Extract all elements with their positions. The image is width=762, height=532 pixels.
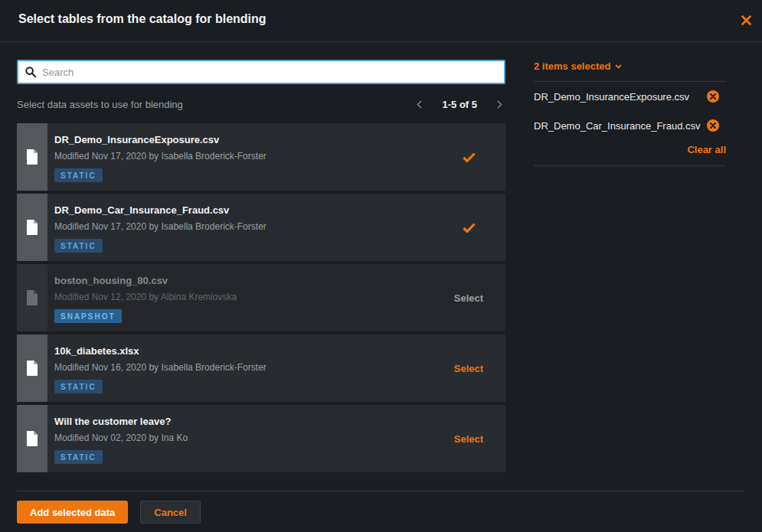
list-item[interactable]: Will the customer leave? Modified Nov 02… (17, 405, 505, 472)
document-icon (26, 220, 38, 235)
pagination-range: 1-5 of 5 (442, 99, 477, 110)
clear-all-link[interactable]: Clear all (687, 144, 726, 155)
asset-meta: Modified Nov 02, 2020 by Ina Ko (54, 432, 432, 443)
asset-badge: STATIC (54, 380, 103, 393)
search-box[interactable] (17, 60, 505, 84)
footer-divider (17, 491, 744, 491)
list-item[interactable]: DR_Demo_InsuranceExposure.csv Modified N… (17, 123, 505, 191)
cancel-button[interactable]: Cancel (140, 501, 201, 524)
asset-badge: STATIC (54, 239, 103, 253)
close-icon[interactable] (739, 13, 753, 27)
asset-title: boston_housing_80.csv (54, 275, 432, 286)
asset-title: 10k_diabetes.xlsx (54, 345, 432, 357)
asset-badge: STATIC (54, 168, 103, 182)
document-icon (26, 361, 38, 376)
search-input[interactable] (36, 67, 497, 78)
asset-badge: STATIC (54, 450, 103, 464)
file-type-strip (17, 264, 47, 331)
chevron-left-icon[interactable] (417, 100, 422, 109)
list-header: Select data assets to use for blending 1… (17, 98, 505, 110)
modal-footer: Add selected data Cancel (0, 491, 762, 532)
remove-icon[interactable] (707, 119, 719, 132)
asset-badge: SNAPSHOT (54, 309, 122, 323)
chevron-down-icon (615, 64, 622, 69)
asset-title: Will the customer leave? (54, 416, 432, 427)
page-title: Select tables from the catalog for blend… (18, 12, 267, 26)
search-icon (25, 67, 36, 77)
document-icon (26, 431, 38, 446)
remove-icon[interactable] (707, 90, 719, 103)
list-caption: Select data assets to use for blending (17, 99, 183, 110)
add-selected-data-button[interactable]: Add selected data (17, 501, 128, 524)
list-item[interactable]: 10k_diabetes.xlsx Modified Nov 16, 2020 … (17, 335, 505, 402)
file-type-strip (17, 194, 47, 261)
clear-all-row: Clear all (534, 140, 726, 166)
asset-meta: Modified Nov 12, 2020 by Albina Kremlovs… (54, 292, 432, 302)
file-type-strip (17, 335, 47, 402)
asset-meta: Modified Nov 17, 2020 by Isabella Broder… (54, 221, 432, 232)
asset-list: DR_Demo_InsuranceExposure.csv Modified N… (17, 123, 505, 472)
select-button[interactable]: Select (454, 363, 483, 374)
selected-items-header[interactable]: 2 items selected (534, 60, 726, 82)
list-item: boston_housing_80.csv Modified Nov 12, 2… (17, 264, 505, 331)
chevron-right-icon[interactable] (497, 100, 502, 109)
asset-meta: Modified Nov 16, 2020 by Isabella Broder… (54, 362, 432, 373)
select-tables-modal: Select tables from the catalog for blend… (0, 0, 762, 532)
file-type-strip (17, 405, 47, 472)
selected-item-name: DR_Demo_Car_Insurance_Fraud.csv (534, 120, 700, 132)
selected-item-name: DR_Demo_InsuranceExposure.csv (534, 91, 689, 103)
selected-item: DR_Demo_InsuranceExposure.csv (534, 82, 726, 111)
asset-title: DR_Demo_Car_Insurance_Fraud.csv (54, 204, 432, 216)
catalog-panel: Select data assets to use for blending 1… (17, 42, 505, 475)
pagination: 1-5 of 5 (417, 99, 505, 110)
select-button: Select (454, 292, 483, 304)
selected-item: DR_Demo_Car_Insurance_Fraud.csv (534, 111, 726, 140)
asset-meta: Modified Nov 17, 2020 by Isabella Broder… (54, 151, 432, 162)
list-item[interactable]: DR_Demo_Car_Insurance_Fraud.csv Modified… (17, 194, 505, 261)
document-icon (26, 149, 38, 165)
asset-title: DR_Demo_InsuranceExposure.csv (54, 134, 432, 145)
modal-header: Select tables from the catalog for blend… (0, 0, 762, 42)
select-button[interactable]: Select (454, 433, 483, 445)
check-icon[interactable] (463, 223, 476, 233)
selected-items-panel: 2 items selected DR_Demo_InsuranceExposu… (534, 60, 726, 166)
check-icon[interactable] (463, 152, 476, 162)
document-icon (26, 290, 38, 305)
selected-count-label: 2 items selected (534, 60, 610, 72)
file-type-strip (17, 123, 47, 191)
